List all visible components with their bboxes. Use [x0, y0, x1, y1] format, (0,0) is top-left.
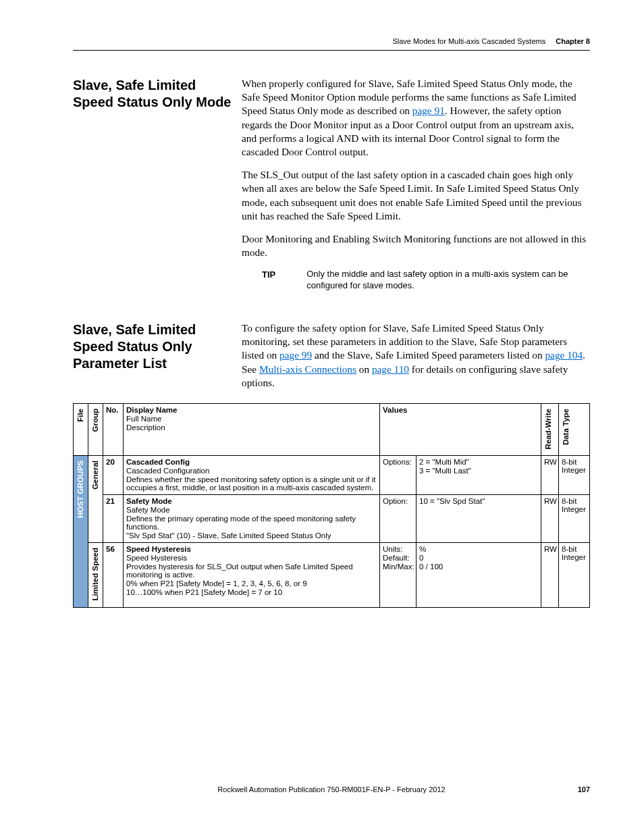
- header-rule: [73, 50, 590, 51]
- cell-value-labels: Options:: [380, 456, 417, 495]
- para-not-allowed: Door Monitoring and Enabling Switch Moni…: [242, 232, 590, 259]
- running-header: Slave Modes for Multi-axis Cascaded Syst…: [392, 37, 590, 45]
- cell-value-labels: Units: Default: Min/Max:: [380, 543, 417, 608]
- section-slave-sls-status-only-mode: Slave, Safe Limited Speed Status Only Mo…: [73, 77, 590, 292]
- section-parameter-list: Slave, Safe Limited Speed Status Only Pa…: [73, 321, 590, 399]
- para-config: To configure the safety option for Slave…: [242, 321, 590, 390]
- cell-value-options: % 0 0 / 100: [417, 543, 541, 608]
- link-multi-axis-connections[interactable]: Multi-axis Connections: [259, 363, 356, 375]
- col-values: Values: [380, 403, 541, 456]
- section-body: To configure the safety option for Slave…: [242, 321, 590, 399]
- group-general: General: [88, 456, 103, 543]
- cell-rw: RW: [541, 543, 559, 608]
- col-display-name: Display Name Full Name Description: [124, 403, 380, 456]
- tip-block: TIP Only the middle and last safety opti…: [242, 269, 590, 292]
- para-sls-out: The SLS_Out output of the last safety op…: [242, 168, 590, 223]
- cell-value-labels: Option:: [380, 495, 417, 543]
- col-file: File: [74, 403, 88, 456]
- table-row: 21 Safety Mode Safety Mode Defines the p…: [74, 495, 590, 543]
- section-heading: Slave, Safe Limited Speed Status Only Pa…: [73, 321, 242, 372]
- cell-value-options: 2 = "Multi Mid" 3 = "Multi Last": [417, 456, 541, 495]
- running-header-chapter: Chapter 8: [556, 37, 590, 45]
- cell-no: 20: [103, 456, 124, 495]
- link-page99[interactable]: page 99: [279, 349, 312, 361]
- section-body: When properly configured for Slave, Safe…: [242, 77, 590, 292]
- para-intro: When properly configured for Slave, Safe…: [242, 77, 590, 159]
- parameter-table: File Group No. Display Name Full Name De…: [73, 403, 590, 608]
- tip-text: Only the middle and last safety option i…: [306, 269, 590, 292]
- col-read-write: Read-Write: [541, 403, 559, 456]
- cell-rw: RW: [541, 456, 559, 495]
- table-row: HOST GROUPS General 20 Cascaded Config C…: [74, 456, 590, 495]
- col-group: Group: [88, 403, 103, 456]
- cell-no: 21: [103, 495, 124, 543]
- table-row: Limited Speed 56 Speed Hysteresis Speed …: [74, 543, 590, 608]
- cell-display-name: Safety Mode Safety Mode Defines the prim…: [124, 495, 380, 543]
- link-page110[interactable]: page 110: [372, 363, 409, 375]
- page-number: 107: [578, 785, 590, 793]
- cell-rw: RW: [541, 495, 559, 543]
- group-limited-speed: Limited Speed: [88, 543, 103, 608]
- col-no: No.: [103, 403, 124, 456]
- section-heading: Slave, Safe Limited Speed Status Only Mo…: [73, 77, 242, 111]
- cell-dt: 8-bit Integer: [559, 543, 590, 608]
- tip-label: TIP: [242, 269, 306, 280]
- file-host-groups: HOST GROUPS: [74, 456, 88, 608]
- link-page104[interactable]: page 104: [545, 349, 583, 361]
- cell-display-name: Speed Hysteresis Speed Hysteresis Provid…: [124, 543, 380, 608]
- cell-dt: 8-bit Integer: [559, 495, 590, 543]
- link-page91[interactable]: page 91: [412, 105, 445, 116]
- running-header-title: Slave Modes for Multi-axis Cascaded Syst…: [392, 37, 545, 45]
- cell-value-options: 10 = "Slv Spd Stat": [417, 495, 541, 543]
- cell-display-name: Cascaded Config Cascaded Configuration D…: [124, 456, 380, 495]
- table-header-row: File Group No. Display Name Full Name De…: [74, 403, 590, 456]
- col-data-type: Data Type: [559, 403, 590, 456]
- footer-publication: Rockwell Automation Publication 750-RM00…: [73, 785, 590, 793]
- cell-no: 56: [103, 543, 124, 608]
- cell-dt: 8-bit Integer: [559, 456, 590, 495]
